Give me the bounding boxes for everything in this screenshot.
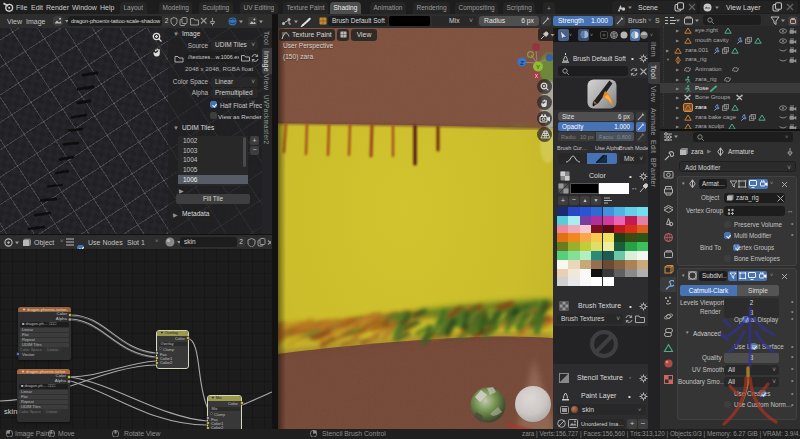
svg-text:Y: Y	[536, 64, 540, 70]
svg-text:Z: Z	[520, 60, 524, 66]
